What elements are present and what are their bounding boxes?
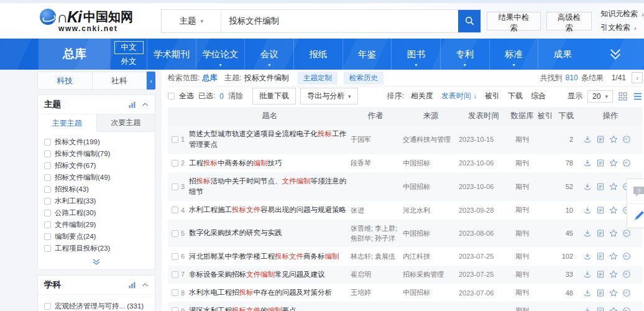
column-title[interactable]: 题名 bbox=[189, 111, 351, 121]
nav-item[interactable]: 学术期刊 bbox=[147, 39, 196, 70]
column-downloads[interactable]: 下载 bbox=[554, 111, 578, 121]
nav-item[interactable]: 年鉴 bbox=[343, 39, 392, 70]
nav-item-zongku[interactable]: 总库 bbox=[39, 39, 111, 70]
sort-option[interactable]: 下载 bbox=[508, 91, 523, 101]
advanced-search-button[interactable]: 高级检索 bbox=[546, 12, 592, 30]
checkbox[interactable] bbox=[44, 162, 51, 169]
result-source[interactable]: 中国招标 bbox=[400, 228, 459, 239]
result-authors[interactable]: 王培婷 bbox=[351, 287, 400, 298]
download-icon[interactable] bbox=[583, 289, 592, 297]
result-source[interactable]: 交通科技与管理 bbox=[400, 134, 459, 145]
result-source[interactable]: 中国招标 bbox=[400, 287, 459, 298]
nav-item[interactable]: 报纸 bbox=[293, 39, 343, 70]
nav-item[interactable]: 学位论文▾ bbox=[196, 39, 245, 70]
cite-quote-icon[interactable] bbox=[622, 229, 631, 238]
result-authors[interactable]: 段香琴 bbox=[351, 158, 400, 169]
result-authors[interactable]: 张晋维; 李上群; 焦邵华; 孙子洋 bbox=[351, 223, 400, 244]
cite-quote-icon[interactable] bbox=[622, 307, 631, 311]
sort-option[interactable]: 发表时间 ↓ bbox=[441, 91, 477, 101]
html-read-icon[interactable] bbox=[596, 270, 605, 279]
nav-item[interactable]: 图书▾ bbox=[391, 39, 440, 70]
result-authors[interactable]: 崔启明 bbox=[351, 269, 400, 280]
row-checkbox[interactable] bbox=[172, 136, 178, 143]
cite-quote-icon[interactable] bbox=[622, 159, 631, 167]
select-all-label[interactable]: 全选 bbox=[179, 91, 194, 101]
clear-selection-button[interactable]: 清除 bbox=[228, 91, 243, 101]
result-title-link[interactable]: 水利水电工程招投标中存在的问题及对策分析 bbox=[189, 287, 351, 298]
next-page-button[interactable]: › bbox=[632, 72, 643, 83]
search-button[interactable] bbox=[458, 10, 481, 32]
result-title-link[interactable]: 灌区水利工程投标文件的编制要点 bbox=[189, 305, 351, 311]
result-source[interactable]: 招标采购管理 bbox=[400, 269, 459, 280]
filter-checkbox-item[interactable]: 水利工程(33) bbox=[44, 195, 149, 207]
favorite-star-icon[interactable] bbox=[609, 252, 618, 261]
row-checkbox[interactable] bbox=[172, 230, 178, 237]
download-icon[interactable] bbox=[583, 229, 592, 238]
nav-item[interactable]: 会议▾ bbox=[244, 39, 293, 70]
chevron-up-icon[interactable] bbox=[142, 282, 149, 287]
favorite-star-icon[interactable] bbox=[609, 289, 618, 297]
crumb-chip[interactable]: 检索历史 bbox=[344, 72, 384, 85]
tab-secondary-theme[interactable]: 次要主题 bbox=[96, 114, 155, 132]
chevron-up-icon[interactable] bbox=[142, 102, 149, 107]
filter-checkbox-item[interactable]: 投标文件(199) bbox=[44, 136, 149, 148]
filter-checkbox-item[interactable]: 宏观经济管理与可持... (331) bbox=[44, 300, 149, 311]
checkbox[interactable] bbox=[44, 151, 51, 157]
result-title-link[interactable]: 河北邯郸某中学教学楼工程投标文件商务标编制 bbox=[189, 251, 351, 262]
filter-checkbox-item[interactable]: 文件编制(29) bbox=[44, 219, 149, 231]
crumb-chip[interactable]: 主题定制 bbox=[298, 72, 338, 85]
filter-checkbox-item[interactable]: 公路工程(30) bbox=[44, 207, 149, 219]
result-title-link[interactable]: 招投标活动中关于时间节点、文件编制等须注意的细节 bbox=[189, 176, 351, 198]
checkbox[interactable] bbox=[44, 186, 51, 193]
row-checkbox[interactable] bbox=[172, 160, 178, 167]
result-source[interactable]: 中国招标 bbox=[400, 182, 459, 192]
favorite-star-icon[interactable] bbox=[609, 307, 618, 311]
filter-checkbox-item[interactable]: 招标文件编制(49) bbox=[44, 172, 149, 183]
column-author[interactable]: 作者 bbox=[351, 111, 400, 121]
cite-quote-icon[interactable] bbox=[622, 135, 631, 144]
result-title-link[interactable]: 非标设备采购招标文件编制常见问题及建议 bbox=[189, 269, 351, 280]
html-read-icon[interactable] bbox=[596, 159, 605, 167]
checkbox[interactable] bbox=[44, 245, 51, 252]
cite-quote-icon[interactable] bbox=[622, 270, 631, 279]
sort-option[interactable]: 综合 bbox=[531, 91, 546, 101]
result-source[interactable]: 河北水利 bbox=[400, 205, 459, 216]
html-read-icon[interactable] bbox=[596, 182, 605, 191]
download-icon[interactable] bbox=[583, 270, 592, 279]
result-title-link[interactable]: 水利工程施工投标文件容易出现的问题与规避策略 bbox=[189, 205, 351, 215]
theme-expand-chevron[interactable] bbox=[38, 256, 155, 267]
citation-search-link[interactable]: 引文检索 › bbox=[600, 22, 644, 33]
nav-item[interactable]: 标准▾ bbox=[489, 39, 538, 70]
checkbox[interactable] bbox=[44, 233, 51, 240]
favorite-star-icon[interactable] bbox=[609, 229, 618, 238]
cite-quote-icon[interactable] bbox=[622, 252, 631, 261]
favorite-star-icon[interactable] bbox=[609, 182, 618, 191]
favorite-star-icon[interactable] bbox=[609, 135, 618, 144]
column-source[interactable]: 来源 bbox=[400, 111, 459, 121]
download-icon[interactable] bbox=[583, 307, 592, 311]
help-button[interactable]: ? bbox=[627, 179, 644, 203]
checkbox[interactable] bbox=[44, 210, 51, 216]
filter-checkbox-item[interactable]: 投标文件编制(79) bbox=[44, 148, 149, 160]
favorite-star-icon[interactable] bbox=[609, 206, 618, 215]
bar-chart-icon[interactable] bbox=[129, 282, 136, 289]
html-read-icon[interactable] bbox=[596, 206, 605, 215]
cnki-logo[interactable]: ∩Ki 中国知网 www.cnki.net bbox=[40, 9, 161, 33]
checkbox[interactable] bbox=[44, 221, 51, 228]
page-size-select[interactable]: 20 ▾ bbox=[587, 90, 613, 103]
sidebar-tab-social[interactable]: 社科 bbox=[93, 72, 147, 90]
column-date[interactable]: 发表时间 bbox=[459, 111, 508, 121]
sort-option[interactable]: 被引 bbox=[485, 91, 500, 101]
tab-primary-theme[interactable]: 主要主题 bbox=[38, 114, 96, 132]
result-title-link[interactable]: 工程投标中商务标的编制技巧 bbox=[189, 158, 351, 169]
search-input[interactable] bbox=[221, 10, 458, 32]
favorite-star-icon[interactable] bbox=[609, 270, 618, 279]
download-icon[interactable] bbox=[583, 252, 592, 261]
result-title-link[interactable]: 数字化采购技术的研究与实践 bbox=[189, 228, 351, 238]
download-icon[interactable] bbox=[583, 182, 592, 191]
nav-item-foreign[interactable]: 外文 bbox=[115, 56, 143, 68]
sidebar-collapse-button[interactable]: ‹ bbox=[147, 72, 155, 90]
download-icon[interactable] bbox=[583, 135, 592, 144]
result-source[interactable]: 内江科技 bbox=[400, 251, 459, 262]
result-title-link[interactable]: 简述大型城市轨道交通项目全流程电子化投标工作管理要点 bbox=[189, 129, 351, 151]
